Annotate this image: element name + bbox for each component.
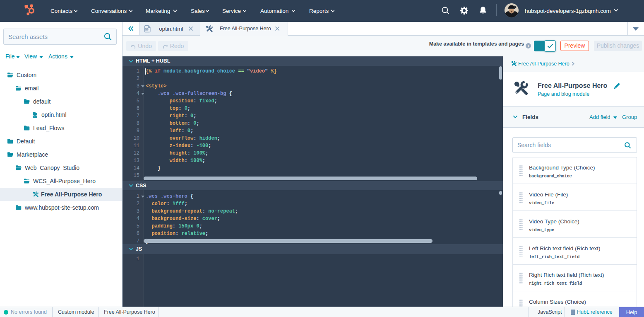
svg-text:</>: </> bbox=[144, 28, 148, 30]
